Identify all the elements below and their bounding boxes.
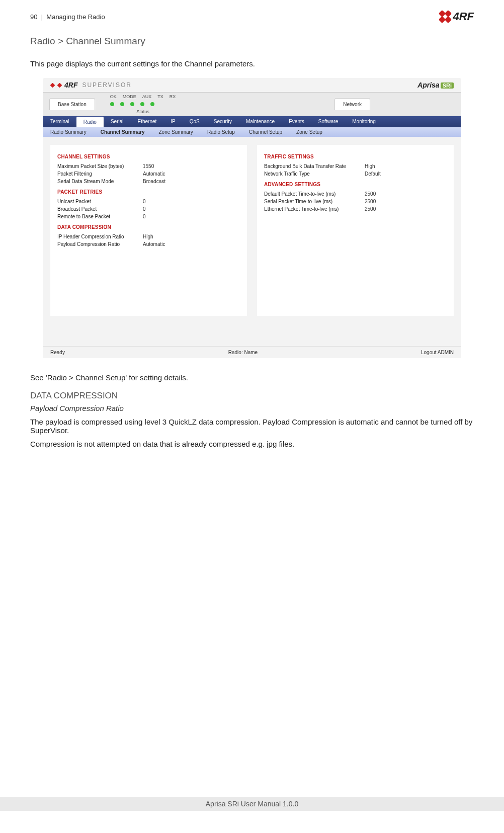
table-row: Unicast Packet0	[57, 198, 240, 205]
kv-value: 1550	[143, 163, 154, 169]
led-label: OK	[110, 94, 117, 99]
table-row: Remote to Base Packet0	[57, 213, 240, 220]
table-row: IP Header Compression RatioHigh	[57, 233, 240, 240]
table-row: Default Packet Time-to-live (ms)2500	[264, 190, 447, 198]
nav-monitoring[interactable]: Monitoring	[345, 116, 383, 127]
logo-text: 4RF	[453, 10, 474, 23]
kv-value: 0	[143, 214, 146, 219]
kv-value: Automatic	[143, 171, 165, 177]
paragraph-2: Compression is not attempted on data tha…	[30, 440, 474, 448]
ss-topstrip: Base Station OK MODE AUX TX RX St	[43, 92, 461, 116]
kv-value: High	[143, 234, 153, 239]
kv-key: Network Traffic Type	[264, 171, 365, 177]
ss-body: CHANNEL SETTINGS Maximum Packet Size (by…	[43, 137, 461, 346]
kv-key: Packet Filtering	[57, 171, 143, 177]
aprisa-text: Aprisa	[417, 81, 440, 89]
sri-badge: SRi	[441, 82, 454, 89]
kv-key: Maximum Packet Size (bytes)	[57, 163, 143, 169]
kv-key: Serial Data Stream Mode	[57, 179, 143, 184]
nav-serial[interactable]: Serial	[104, 116, 131, 127]
ss-product: SUPERVISOR	[82, 81, 131, 89]
kv-key: Unicast Packet	[57, 199, 143, 204]
kv-value: 2500	[365, 199, 376, 204]
kv-value: 0	[143, 199, 146, 204]
sub-nav: Radio Summary Channel Summary Zone Summa…	[43, 127, 461, 137]
nav-software[interactable]: Software	[311, 116, 345, 127]
kv-key: Ethernet Packet Time-to-live (ms)	[264, 206, 365, 212]
table-row: Maximum Packet Size (bytes)1550	[57, 162, 240, 170]
section-traffic-settings: TRAFFIC SETTINGS	[264, 154, 447, 159]
tab-network[interactable]: Network	[334, 98, 370, 110]
nav-ethernet[interactable]: Ethernet	[131, 116, 164, 127]
nav-radio[interactable]: Radio	[76, 117, 104, 127]
ss-footer: Ready Radio: Name Logout ADMIN	[43, 346, 461, 358]
ss-aprisa-logo: AprisaSRi	[417, 81, 454, 89]
kv-key: IP Header Compression Ratio	[57, 234, 143, 239]
subnav-radio-summary[interactable]: Radio Summary	[43, 127, 94, 137]
nav-maintenance[interactable]: Maintenance	[239, 116, 282, 127]
left-panel: CHANNEL SETTINGS Maximum Packet Size (by…	[50, 145, 247, 316]
section-heading: DATA COMPRESSION	[30, 391, 474, 401]
kv-value: 0	[143, 206, 146, 212]
section-advanced-settings: ADVANCED SETTINGS	[264, 182, 447, 187]
radio-name: Radio: Name	[228, 350, 258, 355]
led-label: RX	[170, 94, 176, 99]
section-channel-settings: CHANNEL SETTINGS	[57, 154, 240, 159]
led-label: AUX	[142, 94, 152, 99]
kv-value: 2500	[365, 191, 376, 197]
ss-logo: 4RF SUPERVISOR	[50, 81, 132, 89]
kv-key: Broadcast Packet	[57, 206, 143, 212]
status-label: Status	[136, 109, 149, 114]
kv-value: High	[365, 163, 375, 169]
header-sep: |	[41, 13, 43, 21]
section-data-compression: DATA COMPRESSION	[57, 224, 240, 230]
breadcrumb: Radio > Channel Summary	[30, 36, 474, 47]
page-number: 90	[30, 13, 37, 21]
header-section: Managing the Radio	[46, 13, 105, 21]
subnav-radio-setup[interactable]: Radio Setup	[200, 127, 242, 137]
led-label: MODE	[123, 94, 136, 99]
table-row: Payload Compression RatioAutomatic	[57, 240, 240, 248]
led-label: TX	[157, 94, 163, 99]
status-led-icon	[120, 102, 124, 106]
table-row: Background Bulk Data Transfer RateHigh	[264, 162, 447, 170]
nav-qos[interactable]: QoS	[183, 116, 207, 127]
main-nav: Terminal Radio Serial Ethernet IP QoS Se…	[43, 116, 461, 127]
supervisor-screenshot: 4RF SUPERVISOR AprisaSRi Base Station OK…	[43, 78, 461, 358]
table-row: Serial Packet Time-to-live (ms)2500	[264, 198, 447, 205]
ss-brand: 4RF	[64, 81, 77, 89]
logout-link[interactable]: Logout ADMIN	[421, 350, 454, 355]
see-note: See 'Radio > Channel Setup' for setting …	[30, 373, 474, 382]
status-led-icon	[110, 102, 114, 106]
intro-paragraph: This page displays the current settings …	[30, 59, 474, 68]
logo-dots-icon	[440, 11, 451, 22]
logo-dot-icon	[57, 82, 62, 88]
page-header: 90 | Managing the Radio 4RF	[30, 10, 474, 23]
status-led-icon	[140, 102, 144, 106]
status-ready: Ready	[50, 350, 65, 355]
table-row: Packet FilteringAutomatic	[57, 170, 240, 178]
nav-terminal[interactable]: Terminal	[43, 116, 76, 127]
kv-key: Background Bulk Data Transfer Rate	[264, 163, 365, 169]
status-led-icon	[150, 102, 154, 106]
status-led-group: OK MODE AUX TX RX Status	[110, 93, 176, 116]
table-row: Network Traffic TypeDefault	[264, 170, 447, 178]
subnav-channel-setup[interactable]: Channel Setup	[242, 127, 289, 137]
subnav-zone-setup[interactable]: Zone Setup	[289, 127, 329, 137]
header-left: 90 | Managing the Radio	[30, 13, 105, 21]
section-packet-retries: PACKET RETRIES	[57, 189, 240, 195]
logo-4rf: 4RF	[440, 10, 474, 23]
table-row: Ethernet Packet Time-to-live (ms)2500	[264, 205, 447, 213]
status-led-icon	[130, 102, 134, 106]
kv-value: Default	[365, 171, 381, 177]
kv-value: Broadcast	[143, 179, 165, 184]
nav-ip[interactable]: IP	[163, 116, 182, 127]
tab-base-station[interactable]: Base Station	[49, 98, 95, 110]
right-panel: TRAFFIC SETTINGS Background Bulk Data Tr…	[257, 145, 454, 316]
subnav-channel-summary[interactable]: Channel Summary	[94, 127, 152, 137]
sub-heading: Payload Compression Ratio	[30, 404, 474, 412]
nav-events[interactable]: Events	[282, 116, 311, 127]
subnav-zone-summary[interactable]: Zone Summary	[152, 127, 200, 137]
nav-security[interactable]: Security	[207, 116, 239, 127]
kv-key: Payload Compression Ratio	[57, 241, 143, 247]
